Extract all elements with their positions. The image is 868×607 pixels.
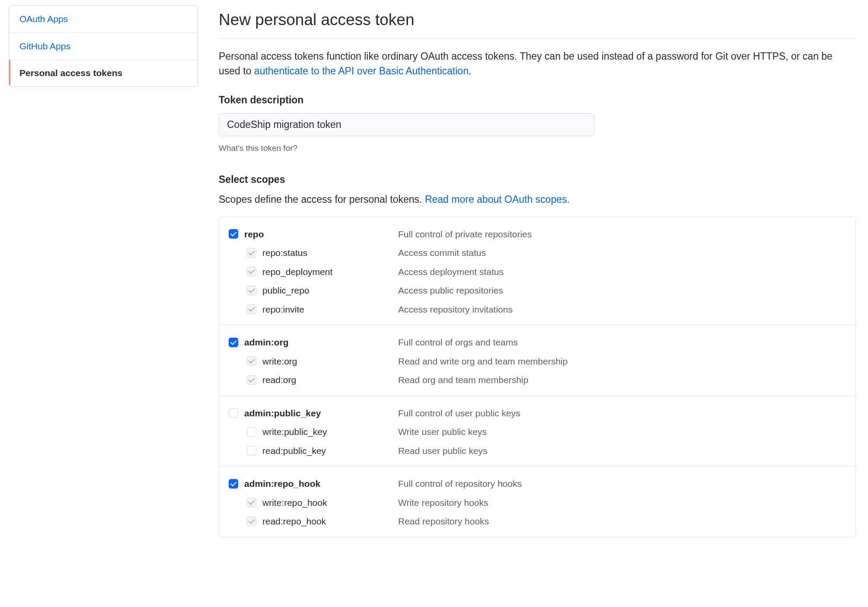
select-scopes-heading: Select scopes <box>219 172 856 187</box>
token-description-input[interactable] <box>219 113 594 136</box>
scope-name: admin:repo_hook <box>244 477 398 491</box>
sidebar-item-personal-access-tokens: Personal access tokens <box>9 60 198 86</box>
scope-row-admin-public-key: admin:public_keyFull control of user pub… <box>229 404 846 423</box>
scope-name: repo:invite <box>262 303 398 316</box>
scope-desc: Access deployment status <box>398 265 504 279</box>
main-content: New personal access token Personal acces… <box>219 5 856 537</box>
scope-name: repo:status <box>262 246 398 260</box>
scope-desc: Access commit status <box>398 246 486 260</box>
scope-checkbox-admin-repo-hook[interactable] <box>229 479 238 489</box>
scope-name: read:org <box>262 373 398 387</box>
token-description-hint: What's this token for? <box>219 142 856 155</box>
scope-checkbox-repo-invite[interactable] <box>247 304 256 314</box>
scope-checkbox-write-org[interactable] <box>247 356 256 366</box>
scope-row-repo-invite: repo:inviteAccess repository invitations <box>229 300 846 319</box>
scope-checkbox-repo-deployment[interactable] <box>247 267 256 276</box>
scope-checkbox-read-public-key[interactable] <box>247 446 256 455</box>
scope-row-repo-deployment: repo_deploymentAccess deployment status <box>229 262 846 281</box>
auth-api-link[interactable]: authenticate to the API over Basic Authe… <box>254 65 469 77</box>
scope-row-write-repo-hook: write:repo_hookWrite repository hooks <box>229 493 846 512</box>
scope-row-read-org: read:orgRead org and team membership <box>229 371 846 390</box>
scope-checkbox-admin-public-key[interactable] <box>229 408 238 418</box>
scope-desc: Read and write org and team membership <box>398 355 568 368</box>
scope-name: repo_deployment <box>262 265 398 279</box>
scope-name: read:repo_hook <box>262 514 398 528</box>
scope-desc: Write repository hooks <box>398 496 488 510</box>
scope-row-read-repo-hook: read:repo_hookRead repository hooks <box>229 512 846 531</box>
scope-row-read-public-key: read:public_keyRead user public keys <box>229 441 846 460</box>
page-description: Personal access tokens function like ord… <box>219 49 856 79</box>
oauth-scopes-link[interactable]: Read more about OAuth scopes. <box>425 194 570 205</box>
scope-row-admin-repo-hook: admin:repo_hookFull control of repositor… <box>229 474 846 493</box>
scope-desc: Full control of orgs and teams <box>398 335 518 349</box>
scope-checkbox-write-public-key[interactable] <box>247 427 256 437</box>
scope-desc: Read user public keys <box>398 444 488 458</box>
scope-desc: Access repository invitations <box>398 303 513 316</box>
scopes-desc-text: Scopes define the access for personal to… <box>219 194 425 205</box>
scope-name: public_repo <box>262 284 398 297</box>
scope-row-admin-org: admin:orgFull control of orgs and teams <box>229 333 846 352</box>
scope-checkbox-write-repo-hook[interactable] <box>247 498 256 507</box>
scope-row-repo-status: repo:statusAccess commit status <box>229 243 846 262</box>
scope-name: repo <box>244 227 398 241</box>
scope-group-admin-repo-hook: admin:repo_hookFull control of repositor… <box>219 466 855 537</box>
scopes-box: repoFull control of private repositories… <box>219 217 856 537</box>
scope-desc: Read repository hooks <box>398 514 489 528</box>
scope-checkbox-repo-status[interactable] <box>247 248 256 258</box>
scope-desc: Full control of private repositories <box>398 227 532 241</box>
scope-checkbox-read-org[interactable] <box>247 375 256 385</box>
scope-name: write:repo_hook <box>262 496 398 510</box>
scope-desc: Read org and team membership <box>398 373 528 387</box>
scope-group-admin-org: admin:orgFull control of orgs and teamsw… <box>219 325 855 396</box>
scope-name: write:public_key <box>262 425 398 439</box>
scope-checkbox-repo[interactable] <box>229 229 238 239</box>
page-title: New personal access token <box>219 8 856 38</box>
scope-checkbox-public-repo[interactable] <box>247 286 256 295</box>
sidebar: OAuth AppsGitHub AppsPersonal access tok… <box>9 5 198 537</box>
scope-name: write:org <box>262 355 398 368</box>
scope-group-admin-public-key: admin:public_keyFull control of user pub… <box>219 396 855 467</box>
scope-name: admin:org <box>244 335 398 349</box>
scope-row-write-org: write:orgRead and write org and team mem… <box>229 352 846 371</box>
scope-row-public-repo: public_repoAccess public repositories <box>229 281 846 300</box>
scope-desc: Full control of user public keys <box>398 406 520 420</box>
description-post: . <box>469 65 471 77</box>
sidebar-menu: OAuth AppsGitHub AppsPersonal access tok… <box>9 5 198 87</box>
scope-name: read:public_key <box>262 444 398 458</box>
scope-desc: Access public repositories <box>398 284 503 297</box>
sidebar-item-oauth-apps[interactable]: OAuth Apps <box>9 6 198 33</box>
scope-desc: Write user public keys <box>398 425 487 439</box>
scope-group-repo: repoFull control of private repositories… <box>219 217 855 326</box>
scope-row-write-public-key: write:public_keyWrite user public keys <box>229 422 846 441</box>
scopes-description: Scopes define the access for personal to… <box>219 192 856 207</box>
sidebar-item-github-apps[interactable]: GitHub Apps <box>9 33 198 60</box>
scope-checkbox-read-repo-hook[interactable] <box>247 517 256 526</box>
token-description-label: Token description <box>219 93 856 108</box>
scope-row-repo: repoFull control of private repositories <box>229 225 846 244</box>
scope-checkbox-admin-org[interactable] <box>229 338 238 347</box>
scope-name: admin:public_key <box>244 406 398 420</box>
scope-desc: Full control of repository hooks <box>398 477 522 491</box>
